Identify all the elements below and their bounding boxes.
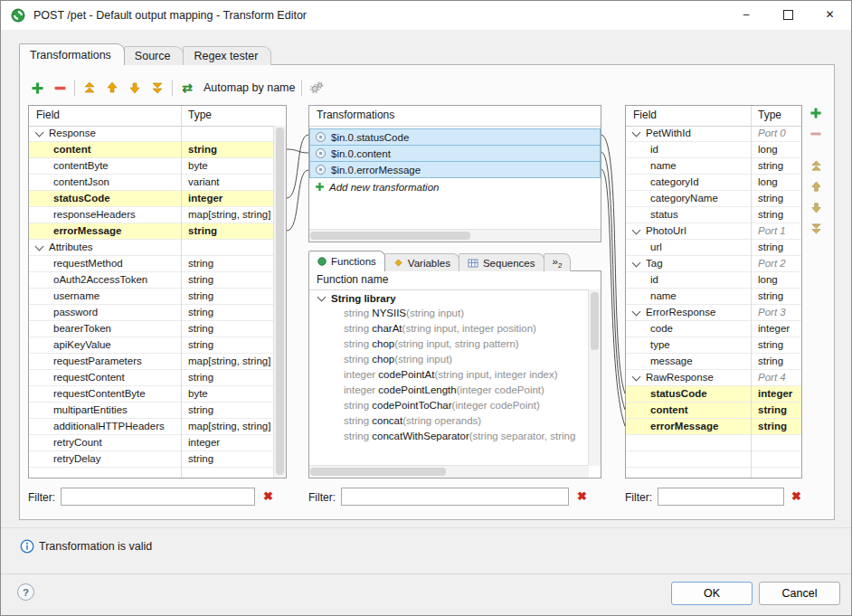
minimize-button[interactable]: –: [725, 1, 767, 30]
chevron-down-icon[interactable]: [35, 128, 44, 137]
automap-button[interactable]: ⇄: [179, 80, 195, 96]
field-row[interactable]: categoryIdlong: [626, 175, 801, 191]
maximize-button[interactable]: [767, 1, 809, 30]
field-row[interactable]: requestContentstring: [29, 370, 274, 386]
mapping-settings-button[interactable]: [308, 80, 325, 96]
field-row[interactable]: usernamestring: [29, 289, 274, 305]
function-library-group[interactable]: String library: [309, 290, 601, 306]
scrollbar-thumb[interactable]: [276, 128, 284, 475]
field-row[interactable]: errorMessagestring: [29, 223, 274, 240]
move-field-down-button[interactable]: [808, 199, 824, 215]
tab-functions[interactable]: Functions: [308, 251, 385, 271]
field-row[interactable]: urlstring: [626, 240, 801, 256]
move-bottom-button[interactable]: [149, 80, 166, 96]
move-field-bottom-button[interactable]: [808, 220, 824, 236]
chevron-down-icon[interactable]: [632, 226, 641, 235]
field-row[interactable]: oAuth2AccessTokenstring: [29, 272, 274, 289]
tab-regex-tester[interactable]: Regex tester: [183, 46, 271, 65]
function-row[interactable]: string charAt(string input, integer posi…: [309, 321, 589, 336]
field-row[interactable]: codeinteger: [626, 321, 801, 337]
help-button[interactable]: ?: [17, 583, 34, 601]
field-group-row[interactable]: PetWithIdPort 0: [626, 126, 801, 142]
field-row[interactable]: requestContentBytebyte: [29, 386, 274, 403]
input-filter-field[interactable]: [61, 488, 255, 506]
function-row[interactable]: string concat(string operands): [309, 413, 589, 429]
field-group-row[interactable]: TagPort 2: [626, 256, 801, 272]
function-row[interactable]: integer codePointAt(string input, intege…: [309, 367, 589, 383]
move-down-button[interactable]: [127, 80, 143, 96]
move-field-up-button[interactable]: [808, 178, 824, 194]
transformation-row[interactable]: $in.0.errorMessage: [309, 161, 601, 178]
functions-filter-field[interactable]: [341, 488, 569, 506]
output-filter-field[interactable]: [658, 488, 784, 506]
field-row[interactable]: multipartEntitiesstring: [29, 403, 274, 419]
field-group-row[interactable]: Response: [29, 126, 274, 142]
field-row[interactable]: typestring: [626, 337, 801, 354]
tab-sequences[interactable]: Sequences: [459, 253, 544, 271]
function-row[interactable]: string chop(string input, string pattern…: [309, 336, 589, 352]
remove-output-field-button[interactable]: [808, 126, 824, 142]
chevron-down-icon[interactable]: [632, 128, 641, 137]
field-row[interactable]: contentstring: [626, 403, 801, 419]
function-row[interactable]: string NYSIIS(string input): [309, 306, 589, 321]
remove-transformation-button[interactable]: [52, 80, 68, 96]
field-row[interactable]: additionalHTTPHeadersmap[string, string]: [29, 419, 274, 435]
move-up-button[interactable]: [104, 80, 120, 96]
field-row[interactable]: namestring: [626, 158, 801, 175]
ok-button[interactable]: OK: [671, 582, 753, 605]
function-row[interactable]: integer codePointLength(integer codePoin…: [309, 383, 589, 398]
field-row[interactable]: retryDelaystring: [29, 451, 274, 468]
add-new-transformation[interactable]: Add new transformation: [309, 178, 601, 195]
move-top-button[interactable]: [81, 80, 98, 96]
field-row[interactable]: statusCodeinteger: [29, 191, 274, 207]
chevron-down-icon[interactable]: [317, 293, 327, 302]
field-row[interactable]: namestring: [626, 289, 801, 305]
chevron-down-icon[interactable]: [35, 242, 44, 251]
vertical-scrollbar[interactable]: [588, 289, 601, 466]
field-group-row[interactable]: Attributes: [29, 240, 274, 256]
field-row[interactable]: messagestring: [626, 354, 801, 370]
add-output-field-button[interactable]: [808, 105, 824, 121]
function-row[interactable]: string concatWithSeparator(string separa…: [309, 429, 589, 444]
scrollbar-thumb[interactable]: [310, 232, 470, 240]
tab-variables[interactable]: Variables: [384, 253, 459, 271]
horizontal-scrollbar[interactable]: [309, 465, 589, 478]
clear-filter-button[interactable]: ✖: [577, 488, 587, 506]
field-row[interactable]: contentJsonvariant: [29, 175, 274, 191]
field-row[interactable]: requestParametersmap[string, string]: [29, 354, 274, 370]
field-row[interactable]: responseHeadersmap[string, string]: [29, 207, 274, 223]
close-button[interactable]: ✕: [809, 1, 851, 30]
cancel-button[interactable]: Cancel: [759, 582, 840, 605]
function-row[interactable]: string codePointToChar(integer codePoint…: [309, 398, 589, 413]
field-row[interactable]: passwordstring: [29, 305, 274, 321]
horizontal-scrollbar[interactable]: [309, 229, 601, 242]
field-row[interactable]: statusCodeinteger: [626, 386, 801, 403]
transformation-row[interactable]: $in.0.statusCode: [309, 128, 601, 146]
transformation-row[interactable]: $in.0.content: [309, 145, 601, 162]
field-row[interactable]: retryCountinteger: [29, 435, 274, 451]
field-row[interactable]: idlong: [626, 272, 801, 289]
field-row[interactable]: categoryNamestring: [626, 191, 801, 207]
tab-transformations[interactable]: Transformations: [19, 43, 125, 65]
field-row[interactable]: apiKeyValuestring: [29, 337, 274, 354]
field-row[interactable]: statusstring: [626, 207, 801, 223]
field-row[interactable]: bearerTokenstring: [29, 321, 274, 337]
field-group-row[interactable]: PhotoUrlPort 1: [626, 223, 801, 240]
chevron-down-icon[interactable]: [632, 259, 641, 268]
clear-filter-button[interactable]: ✖: [791, 488, 801, 506]
clear-filter-button[interactable]: ✖: [263, 488, 273, 506]
field-row[interactable]: errorMessagestring: [626, 419, 801, 435]
field-row[interactable]: contentstring: [29, 142, 274, 158]
tab-overflow[interactable]: »2: [544, 253, 572, 271]
chevron-down-icon[interactable]: [632, 308, 641, 317]
chevron-down-icon[interactable]: [632, 373, 641, 382]
field-group-row[interactable]: RawResponsePort 4: [626, 370, 801, 386]
field-group-row[interactable]: ErrorResponsePort 3: [626, 305, 801, 321]
field-row[interactable]: contentBytebyte: [29, 158, 274, 175]
tab-source[interactable]: Source: [124, 46, 185, 65]
function-row[interactable]: string chop(string input): [309, 352, 589, 367]
automap-label[interactable]: Automap by name: [204, 81, 295, 94]
field-row[interactable]: requestMethodstring: [29, 256, 274, 272]
field-row[interactable]: idlong: [626, 142, 801, 158]
vertical-scrollbar[interactable]: [273, 126, 286, 478]
